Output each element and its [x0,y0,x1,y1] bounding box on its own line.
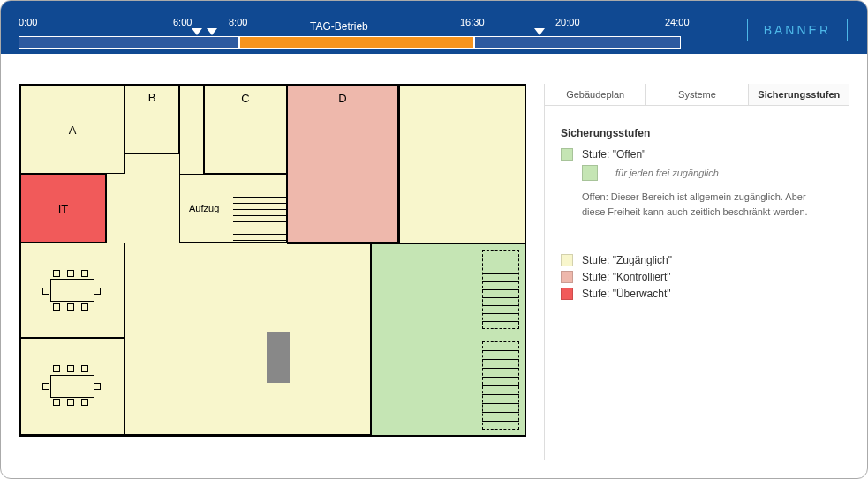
tick-0: 0:00 [19,17,37,27]
hatched-area-1 [482,250,519,329]
chair-icon [94,383,101,390]
panel-title: Sicherungsstufen [561,127,834,139]
chair-icon [81,399,88,406]
room-C[interactable]: C [204,86,287,174]
chair-icon [67,399,74,406]
tick-6: 6:00 [173,17,192,27]
level-zugaenglich[interactable]: Stufe: "Zugänglich" [561,254,834,266]
tab-systeme[interactable]: Systeme [645,84,747,105]
timeline-seg-night-1[interactable] [19,36,239,49]
tick-20: 20:00 [555,17,580,27]
level-kontrolliert[interactable]: Stufe: "Kontrolliert" [561,271,834,283]
floorplan: A B C D IT Aufzug [19,84,526,437]
room-label: A [69,123,77,137]
room-A[interactable]: A [20,86,125,174]
timeline: 0:00 6:00 8:00 TAG-Betrieb 16:30 20:00 2… [1,1,867,54]
chair-icon [53,399,60,406]
content: A B C D IT Aufzug [1,54,867,478]
elevator-label: Aufzug [189,203,219,213]
pillar [267,332,290,383]
chair-icon [53,303,60,311]
swatch-offen-2 [582,165,598,181]
tab-sicherungsstufen[interactable]: Sicherungsstufen [748,84,849,105]
corridor-BC [179,86,204,174]
table-icon [50,279,94,302]
room-D[interactable]: D [287,86,400,243]
tick-8: 8:00 [229,17,247,27]
chair-icon [53,365,60,372]
chair-icon [42,383,49,390]
timeline-marker-icon[interactable] [207,28,217,35]
chair-icon [81,270,88,277]
timeline-marker-icon[interactable] [534,28,545,35]
level-name: Stufe: "Überwacht" [582,288,671,300]
room-label: IT [58,202,69,215]
meeting-room-1[interactable] [20,243,125,338]
timeline-seg-night-2[interactable] [474,36,681,49]
swatch-offen [561,148,573,161]
tab-gebaudeplan[interactable]: Gebäudeplan [545,84,645,105]
meeting-room-2[interactable] [20,338,125,435]
banner-button[interactable]: BANNER [747,19,848,41]
chair-icon [67,303,74,311]
chair-icon [53,270,60,277]
level-long-desc: Offen: Dieser Bereich ist allgemein zugä… [582,190,829,219]
timeline-track[interactable] [19,36,679,49]
timeline-marker-icon[interactable] [192,28,202,35]
room-green[interactable] [372,243,525,435]
chair-icon [42,288,49,295]
tick-24: 24:00 [665,17,690,27]
divider [287,243,525,244]
tick-1630: 16:30 [460,17,485,27]
level-offen[interactable]: Stufe: "Offen" [561,148,834,161]
app-frame: 0:00 6:00 8:00 TAG-Betrieb 16:30 20:00 2… [0,0,868,479]
chair-icon [81,365,88,372]
chair-icon [67,270,74,277]
room-label: C [241,92,249,105]
panel-body: Sicherungsstufen Stufe: "Offen" für jede… [545,106,849,326]
tag-mode-label: TAG-Betrieb [310,20,368,33]
level-ueberwacht[interactable]: Stufe: "Überwacht" [561,288,834,300]
room-IT[interactable]: IT [20,174,107,243]
chair-icon [94,288,101,295]
tab-bar: Gebäudeplan Systeme Sicherungsstufen [545,84,849,106]
swatch-kontrolliert [561,271,573,283]
side-panel: Gebäudeplan Systeme Sicherungsstufen Sic… [544,84,849,460]
swatch-ueberwacht [561,288,573,300]
timeline-header: 0:00 6:00 8:00 TAG-Betrieb 16:30 20:00 2… [1,1,867,54]
room-below-B [107,174,179,243]
level-name: Stufe: "Kontrolliert" [582,271,671,283]
timeline-seg-day[interactable] [239,36,474,49]
chair-icon [67,365,74,372]
level-name: Stufe: "Zugänglich" [582,254,672,266]
stairs [233,191,286,242]
hatched-area-2 [482,341,519,430]
level-desc: für jeden frei zugänglich [615,168,719,178]
swatch-zugaenglich [561,254,573,266]
chair-icon [81,303,88,311]
level-name: Stufe: "Offen" [582,148,645,161]
room-B[interactable]: B [125,86,179,154]
room-top-right[interactable] [400,86,525,243]
room-label: D [338,92,346,105]
elevator[interactable]: Aufzug [179,174,287,243]
room-main[interactable] [125,243,372,435]
room-label: B [148,91,156,104]
corridor-AB [125,154,179,174]
table-icon [50,375,94,398]
